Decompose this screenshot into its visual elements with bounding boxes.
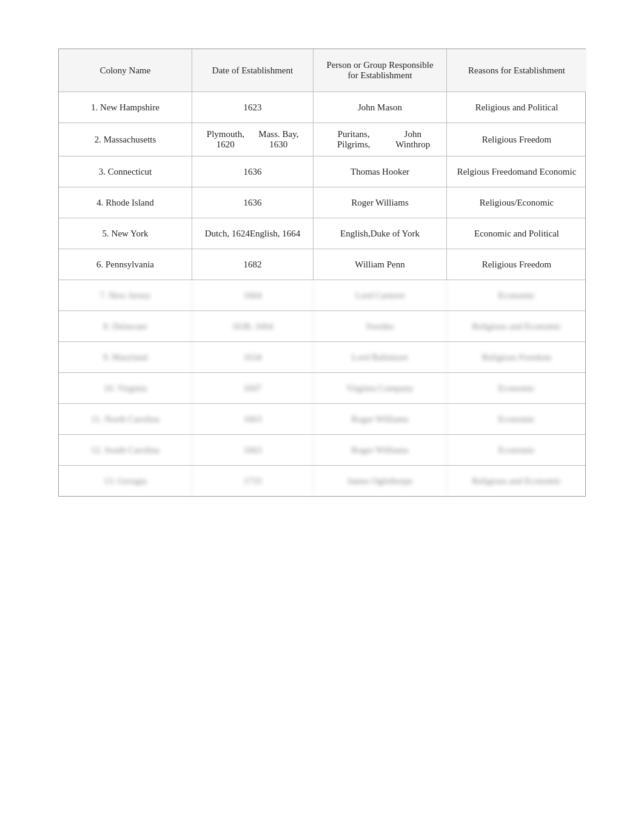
colony-name: 4. Rhode Island	[59, 187, 192, 218]
table-row: 9. Maryland1634Lord BaltimoreReligious F…	[59, 342, 585, 373]
colony-reasons: Religious/Economic	[447, 187, 586, 218]
colony-name: 12. South Carolina	[59, 435, 192, 465]
colony-reasons: Religious Freedom	[447, 342, 586, 372]
colony-date: 1663	[192, 435, 314, 465]
colony-date: Plymouth, 1620Mass. Bay, 1630	[192, 123, 314, 156]
colony-date: 1664	[192, 280, 314, 310]
colony-reasons: Economic	[447, 373, 586, 403]
colony-reasons: Religious and Economic	[447, 466, 586, 496]
table-row: 6. Pennsylvania1682William PennReligious…	[59, 249, 585, 280]
colony-reasons: Religious Freedom	[447, 249, 586, 280]
colony-reasons: Economic	[447, 280, 586, 310]
colony-person: Roger Williams	[314, 404, 447, 434]
colony-date: 1638, 1664	[192, 311, 314, 341]
colony-person: William Penn	[314, 249, 447, 280]
colony-name: 13. Georgia	[59, 466, 192, 496]
table-row: 12. South Carolina1663Roger WilliamsEcon…	[59, 435, 585, 466]
colony-person: Thomas Hooker	[314, 156, 447, 187]
colony-name: 1. New Hampshire	[59, 92, 192, 122]
table-header: Colony Name Date of Establishment Person…	[59, 49, 585, 92]
table-row: 2. MassachusettsPlymouth, 1620Mass. Bay,…	[59, 123, 585, 156]
colony-name: 9. Maryland	[59, 342, 192, 372]
colonies-table: Colony Name Date of Establishment Person…	[58, 49, 586, 497]
table-row: 10. Virginia1607Virginia CompanyEconomic	[59, 373, 585, 404]
table-row: 5. New YorkDutch, 1624English, 1664Engli…	[59, 218, 585, 249]
colony-date: 1636	[192, 187, 314, 218]
colony-name: 5. New York	[59, 218, 192, 249]
colony-person: Virginia Company	[314, 373, 447, 403]
colony-person: Lord Baltimore	[314, 342, 447, 372]
colony-person: Roger Williams	[314, 187, 447, 218]
colony-date: 1634	[192, 342, 314, 372]
colony-date: 1623	[192, 92, 314, 122]
table-row: 1. New Hampshire1623John MasonReligious …	[59, 92, 585, 123]
colony-reasons: Relgious Freedomand Economic	[447, 156, 586, 187]
colony-reasons: Economic and Political	[447, 218, 586, 249]
colony-reasons: Religious and Political	[447, 92, 586, 122]
header-colony-name: Colony Name	[59, 49, 192, 92]
colony-person: English,Duke of York	[314, 218, 447, 249]
table-row: 13. Georgia1733James OglethorpeReligious…	[59, 466, 585, 496]
table-row: 8. Delaware1638, 1664SwedesReligious and…	[59, 311, 585, 342]
colony-name: 6. Pennsylvania	[59, 249, 192, 280]
table-row: 11. North Carolina1663Roger WilliamsEcon…	[59, 404, 585, 435]
colony-reasons: Religious and Economic	[447, 311, 586, 341]
colony-person: James Oglethorpe	[314, 466, 447, 496]
colony-name: 10. Virginia	[59, 373, 192, 403]
colony-name: 3. Connecticut	[59, 156, 192, 187]
header-date: Date of Establishment	[192, 49, 314, 92]
header-person: Person or Group Responsible for Establis…	[314, 49, 447, 92]
header-reasons: Reasons for Establishment	[447, 49, 586, 92]
colony-date: 1682	[192, 249, 314, 280]
colony-person: John Mason	[314, 92, 447, 122]
table-row: 4. Rhode Island1636Roger WilliamsReligio…	[59, 187, 585, 218]
colony-person: Puritans, Pilgrims,John Winthrop	[314, 123, 447, 156]
table-body: 1. New Hampshire1623John MasonReligious …	[59, 92, 585, 496]
colony-name: 8. Delaware	[59, 311, 192, 341]
table-row: 3. Connecticut1636Thomas HookerRelgious …	[59, 156, 585, 187]
colony-date: 1733	[192, 466, 314, 496]
colony-person: Swedes	[314, 311, 447, 341]
colony-reasons: Religious Freedom	[447, 123, 586, 156]
colony-reasons: Economic	[447, 404, 586, 434]
colony-person: Lord Carteret	[314, 280, 447, 310]
colony-date: 1636	[192, 156, 314, 187]
colony-reasons: Economic	[447, 435, 586, 465]
colony-date: 1607	[192, 373, 314, 403]
colony-person: Roger Williams	[314, 435, 447, 465]
colony-date: Dutch, 1624English, 1664	[192, 218, 314, 249]
table-row: 7. New Jersey1664Lord CarteretEconomic	[59, 280, 585, 311]
colony-name: 11. North Carolina	[59, 404, 192, 434]
colony-name: 2. Massachusetts	[59, 123, 192, 156]
colony-name: 7. New Jersey	[59, 280, 192, 310]
colony-date: 1663	[192, 404, 314, 434]
